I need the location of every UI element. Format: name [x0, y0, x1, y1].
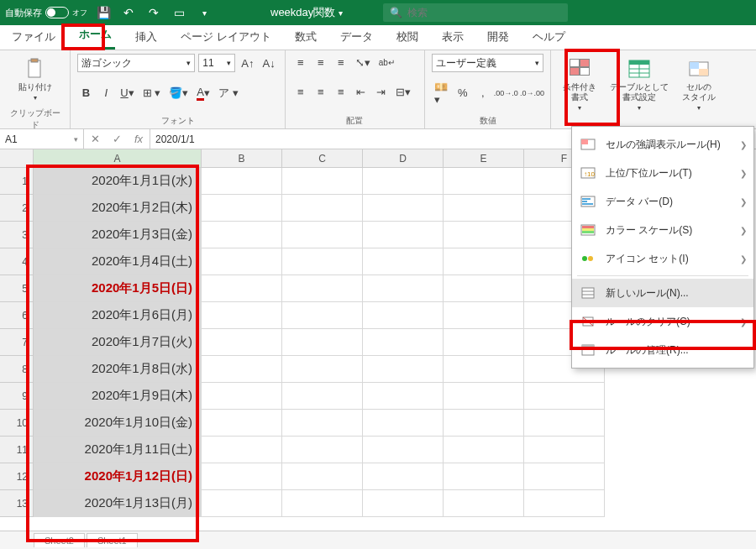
tab-ヘルプ[interactable]: ヘルプ [529, 24, 569, 50]
cell[interactable]: 2020年1月12日(日) [34, 463, 202, 490]
cell[interactable] [202, 383, 282, 410]
cell[interactable] [363, 195, 444, 222]
cell[interactable] [282, 168, 363, 195]
cell[interactable] [363, 463, 444, 490]
indent-decrease-icon[interactable]: ⇤ [353, 84, 370, 101]
cell[interactable] [363, 490, 444, 517]
cell[interactable]: 2020年1月4日(土) [34, 248, 202, 275]
cell[interactable] [282, 302, 363, 329]
cell[interactable]: 2020年1月6日(月) [34, 302, 202, 329]
increase-font-icon[interactable]: A↑ [239, 55, 256, 71]
cell[interactable]: 2020年1月13日(月) [34, 490, 202, 517]
cell[interactable] [444, 437, 524, 463]
percent-icon[interactable]: % [454, 85, 471, 102]
cell[interactable] [363, 248, 444, 275]
align-left-icon[interactable]: ≡ [292, 84, 309, 101]
cancel-edit-icon[interactable]: ✕ [84, 131, 106, 148]
cell[interactable] [202, 356, 282, 383]
select-all-corner[interactable] [0, 149, 34, 168]
cell[interactable] [282, 329, 363, 356]
menu-item-clear[interactable]: ルールのクリア(C)❯ [572, 307, 753, 336]
cell[interactable] [363, 275, 444, 302]
cell[interactable] [444, 490, 524, 517]
tab-校閲[interactable]: 校閲 [393, 24, 422, 50]
cell[interactable] [202, 168, 282, 195]
tab-ホーム[interactable]: ホーム [76, 22, 115, 50]
qat-more-icon[interactable]: ▾ [195, 3, 213, 22]
cell[interactable] [524, 383, 605, 410]
bold-button[interactable]: B [77, 85, 94, 102]
phonetic-button[interactable]: ア ▾ [216, 85, 241, 102]
row-header[interactable]: 2 [0, 195, 34, 222]
cell[interactable] [282, 490, 363, 517]
row-header[interactable]: 11 [0, 437, 34, 463]
cell[interactable]: 2020年1月5日(日) [34, 275, 202, 302]
cell[interactable] [363, 222, 444, 248]
cell[interactable] [444, 275, 524, 302]
cell[interactable]: 2020年1月1日(水) [34, 168, 202, 195]
fx-icon[interactable]: fx [128, 131, 150, 148]
menu-item-iconset[interactable]: アイコン セット(I)❯ [572, 244, 753, 273]
cell[interactable] [202, 222, 282, 248]
border-button[interactable]: ⊞ ▾ [140, 85, 164, 102]
cell[interactable] [282, 437, 363, 463]
cell[interactable]: 2020年1月9日(木) [34, 383, 202, 410]
undo-icon[interactable]: ↶ [119, 3, 138, 22]
cell[interactable] [444, 463, 524, 490]
touch-mode-icon[interactable]: ▭ [170, 3, 188, 22]
row-header[interactable]: 10 [0, 410, 34, 437]
format-as-table-button[interactable]: テーブルとして 書式設定▾ [605, 54, 674, 116]
cell[interactable] [524, 437, 605, 463]
cell[interactable] [363, 356, 444, 383]
save-icon[interactable]: 💾 [94, 3, 113, 22]
tab-開発[interactable]: 開発 [484, 24, 512, 50]
wrap-text-icon[interactable]: ab↵ [376, 54, 397, 71]
tab-挿入[interactable]: 挿入 [132, 24, 160, 50]
menu-item-databar[interactable]: データ バー(D)❯ [572, 187, 753, 216]
cell[interactable] [524, 410, 605, 437]
tab-ページ レイアウト[interactable]: ページ レイアウト [177, 24, 275, 50]
menu-item-highlight[interactable]: セルの強調表示ルール(H)❯ [572, 130, 753, 159]
cell[interactable] [444, 383, 524, 410]
decrease-decimal-icon[interactable]: .0→.00 [521, 85, 543, 102]
row-header[interactable]: 12 [0, 463, 34, 490]
cell[interactable] [202, 410, 282, 437]
cell[interactable] [202, 463, 282, 490]
align-right-icon[interactable]: ≡ [333, 84, 349, 101]
row-header[interactable]: 4 [0, 248, 34, 275]
cell[interactable] [444, 222, 524, 248]
cell[interactable]: 2020年1月2日(木) [34, 195, 202, 222]
cell[interactable] [282, 248, 363, 275]
column-header[interactable]: A [34, 149, 202, 168]
decrease-font-icon[interactable]: A↓ [260, 55, 278, 71]
cell[interactable] [202, 248, 282, 275]
column-header[interactable]: B [202, 149, 282, 168]
cell[interactable] [202, 329, 282, 356]
cell[interactable] [444, 356, 524, 383]
align-bottom-icon[interactable]: ≡ [333, 54, 349, 71]
search-box[interactable]: 🔍 [383, 3, 568, 22]
font-name-select[interactable]: 游ゴシック▾ [77, 54, 195, 72]
tab-ファイル[interactable]: ファイル [8, 24, 59, 50]
cell[interactable] [363, 168, 444, 195]
tab-データ[interactable]: データ [337, 24, 376, 50]
search-input[interactable] [407, 7, 561, 18]
cell[interactable] [202, 302, 282, 329]
row-header[interactable]: 5 [0, 275, 34, 302]
increase-decimal-icon[interactable]: .00→.0 [495, 85, 517, 102]
comma-icon[interactable]: , [475, 85, 491, 102]
column-header[interactable]: D [363, 149, 444, 168]
cell[interactable] [363, 437, 444, 463]
cell[interactable] [444, 195, 524, 222]
cell[interactable]: 2020年1月11日(土) [34, 437, 202, 463]
paste-button[interactable]: 貼り付け ▾ [7, 54, 63, 106]
menu-item-topbottom[interactable]: ↑10上位/下位ルール(T)❯ [572, 159, 753, 187]
confirm-edit-icon[interactable]: ✓ [106, 131, 128, 148]
cell[interactable] [282, 275, 363, 302]
conditional-formatting-button[interactable]: 条件付き 書式▾ [558, 54, 601, 116]
number-format-select[interactable]: ユーザー定義▾ [432, 54, 543, 72]
currency-icon[interactable]: 💴▾ [432, 85, 451, 102]
cell[interactable] [444, 410, 524, 437]
tab-数式[interactable]: 数式 [291, 24, 320, 50]
cell[interactable] [524, 490, 605, 517]
